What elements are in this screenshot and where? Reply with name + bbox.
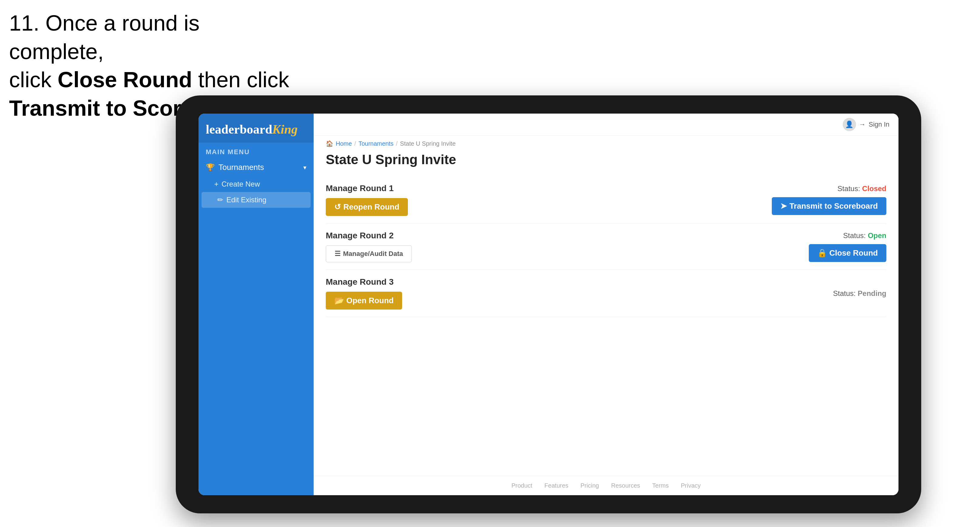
footer-product[interactable]: Product	[512, 482, 533, 489]
create-new-label: Create New	[221, 180, 260, 188]
manage-audit-label: Manage/Audit Data	[343, 250, 403, 258]
footer-pricing[interactable]: Pricing	[581, 482, 599, 489]
tournaments-label: Tournaments	[218, 163, 303, 172]
round-1-right: Status: Closed ➤ Transmit to Scoreboard	[772, 184, 886, 215]
reopen-icon: ↺	[334, 202, 341, 212]
close-round-button[interactable]: 🔒 Close Round	[809, 244, 886, 262]
edit-icon: ✏	[217, 196, 223, 204]
tablet-screen: leaderboardKing MAIN MENU 🏆 Tournaments …	[199, 114, 899, 495]
sidebar-item-edit-existing[interactable]: ✏ Edit Existing	[202, 192, 310, 208]
manage-audit-button[interactable]: ☰ Manage/Audit Data	[326, 245, 412, 262]
round-2-status: Status: Open	[843, 232, 886, 240]
close-round-label: Close Round	[829, 248, 878, 258]
breadcrumb-home[interactable]: Home	[336, 140, 352, 147]
footer-resources[interactable]: Resources	[611, 482, 640, 489]
sign-in-label: →	[859, 121, 866, 129]
round-2-right: Status: Open 🔒 Close Round	[809, 232, 886, 262]
top-nav: 👤 → Sign In	[313, 114, 899, 136]
page-title: State U Spring Invite	[326, 152, 886, 167]
trophy-icon: 🏆	[206, 163, 215, 172]
round-3-left: Manage Round 3 📂 Open Round	[326, 277, 833, 310]
sign-in-area[interactable]: 👤 → Sign In	[843, 118, 890, 131]
round-1-left: Manage Round 1 ↺ Reopen Round	[326, 184, 772, 216]
footer-terms[interactable]: Terms	[652, 482, 668, 489]
app-layout: leaderboardKing MAIN MENU 🏆 Tournaments …	[199, 114, 899, 495]
round-3-status: Status: Pending	[833, 289, 886, 298]
round-2-section: Manage Round 2 ☰ Manage/Audit Data Statu…	[326, 224, 886, 270]
sidebar: leaderboardKing MAIN MENU 🏆 Tournaments …	[199, 114, 313, 495]
breadcrumb-current: State U Spring Invite	[400, 140, 455, 147]
transmit-icon: ➤	[780, 202, 787, 211]
main-menu-label: MAIN MENU	[199, 143, 313, 159]
folder-icon: 📂	[334, 296, 344, 305]
user-avatar: 👤	[843, 118, 856, 131]
page-footer: Product Features Pricing Resources Terms…	[313, 476, 899, 495]
page-content: State U Spring Invite Manage Round 1 ↺ R…	[313, 149, 899, 476]
round-3-status-value: Pending	[858, 289, 886, 297]
round-1-section: Manage Round 1 ↺ Reopen Round Status: Cl…	[326, 176, 886, 224]
edit-existing-label: Edit Existing	[226, 196, 266, 204]
round-2-status-value: Open	[868, 232, 886, 240]
round-2-title: Manage Round 2	[326, 231, 809, 240]
list-icon: ☰	[334, 250, 340, 258]
plus-icon: +	[214, 180, 218, 188]
sidebar-item-tournaments[interactable]: 🏆 Tournaments ▾	[199, 159, 313, 176]
round-1-title: Manage Round 1	[326, 184, 772, 193]
home-icon: 🏠	[326, 140, 333, 147]
round-3-title: Manage Round 3	[326, 277, 833, 287]
round-2-left: Manage Round 2 ☰ Manage/Audit Data	[326, 231, 809, 262]
footer-privacy[interactable]: Privacy	[681, 482, 701, 489]
breadcrumb-tournaments[interactable]: Tournaments	[358, 140, 394, 147]
instruction-line1: 11. Once a round is complete,	[9, 9, 297, 66]
lock-icon: 🔒	[817, 248, 827, 258]
sign-in-text: Sign In	[869, 121, 890, 129]
round-3-section: Manage Round 3 📂 Open Round Status: Pend…	[326, 270, 886, 317]
breadcrumb: 🏠 Home / Tournaments / State U Spring In…	[313, 136, 899, 149]
app-logo: leaderboardKing	[206, 122, 306, 137]
reopen-label: Reopen Round	[343, 202, 399, 212]
instruction-line2: click Close Round then click	[9, 66, 297, 94]
transmit-to-scoreboard-button[interactable]: ➤ Transmit to Scoreboard	[772, 197, 886, 215]
sidebar-item-create-new[interactable]: + Create New	[199, 176, 313, 192]
main-content: 👤 → Sign In 🏠 Home / Tournaments / State…	[313, 114, 899, 495]
round-3-right: Status: Pending	[833, 289, 886, 298]
sidebar-logo-area: leaderboardKing	[199, 114, 313, 143]
round-1-status-value: Closed	[862, 184, 886, 193]
transmit-label: Transmit to Scoreboard	[789, 202, 878, 211]
reopen-round-button[interactable]: ↺ Reopen Round	[326, 198, 408, 216]
open-round-button[interactable]: 📂 Open Round	[326, 292, 402, 310]
open-round-label: Open Round	[346, 296, 394, 305]
round-1-status: Status: Closed	[838, 184, 886, 193]
chevron-down-icon: ▾	[303, 164, 306, 171]
tablet-frame: leaderboardKing MAIN MENU 🏆 Tournaments …	[176, 95, 921, 513]
footer-features[interactable]: Features	[544, 482, 568, 489]
